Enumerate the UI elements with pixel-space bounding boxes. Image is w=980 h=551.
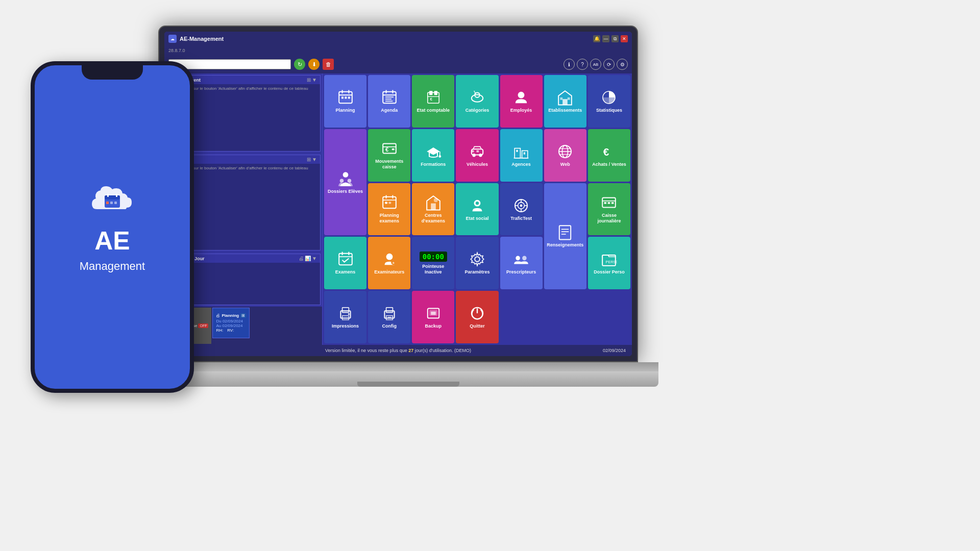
svg-rect-63 [385, 202, 387, 204]
tile-renseignements-label: Renseignements [547, 242, 583, 248]
tile-achats-ventes[interactable]: € Achats / Ventes [588, 129, 630, 182]
laptop-hinge [158, 362, 658, 371]
tile-centres-examens[interactable]: Centres d'examens [412, 183, 454, 236]
svg-point-26 [472, 94, 483, 102]
settings-icon[interactable]: ⚙ [617, 59, 628, 70]
bell-icon[interactable]: 🔔 [593, 35, 600, 42]
delete-button[interactable]: 🗑 [323, 59, 334, 70]
maximize-button[interactable]: ⧉ [611, 35, 619, 42]
laptop-mockup: ☁ AE-Management 🔔 — ⧉ ✕ 28.8.7.0 [158, 26, 658, 413]
app-window: ☁ AE-Management 🔔 — ⧉ ✕ 28.8.7.0 [164, 32, 632, 356]
tile-backup[interactable]: Backup [412, 291, 454, 343]
svg-rect-20 [385, 101, 393, 102]
svg-point-93 [516, 256, 520, 261]
tile-renseignements[interactable]: Renseignements [544, 183, 586, 290]
tile-config-label: Config [382, 323, 397, 329]
phone-notch [82, 65, 143, 80]
svg-rect-18 [385, 96, 394, 97]
info-icon[interactable]: ℹ [564, 59, 575, 70]
svg-rect-11 [341, 96, 344, 98]
tile-trafictest-label: TraficTest [510, 216, 532, 221]
tile-dossier-perso[interactable]: PERSO Dossier Perso [588, 237, 630, 289]
svg-rect-50 [517, 150, 518, 152]
svg-rect-84 [611, 202, 614, 204]
rv-label: RV: [227, 328, 234, 333]
svg-text:€: € [603, 146, 609, 158]
svg-point-29 [518, 92, 525, 98]
tile-caisse-journaliere[interactable]: Caisse journalière [588, 183, 630, 236]
svg-rect-76 [559, 226, 571, 240]
tile-pointeuse[interactable]: 00:00 Pointeuse Inactive [412, 237, 454, 289]
tile-categories-label: Catégories [465, 108, 489, 113]
svg-rect-102 [386, 308, 393, 313]
tile-parametres[interactable]: Paramètres [456, 237, 498, 289]
svg-rect-82 [604, 202, 607, 204]
tile-examinateurs[interactable]: + Examinateurs [368, 237, 410, 289]
filter2-icon[interactable]: ⊞ [307, 157, 311, 162]
tile-formations[interactable]: Formations [412, 129, 454, 182]
actions-icons: 🖨 📊 ▼ [299, 256, 317, 261]
tile-vehicules[interactable]: Véhicules [456, 129, 498, 182]
etablissement-icons: ⊞ ▼ [307, 77, 317, 83]
print-icon[interactable]: 🖨 [299, 256, 304, 261]
tile-etablissements[interactable]: Etablissements [544, 75, 586, 128]
svg-rect-22 [429, 91, 432, 95]
tile-statistiques[interactable]: Statistiques [588, 75, 630, 128]
svg-rect-107 [431, 312, 436, 315]
tile-planning-examens[interactable]: Planning examens [368, 183, 410, 236]
tile-quitter[interactable]: Quitter [456, 291, 498, 343]
svg-line-28 [475, 92, 475, 93]
tile-examens[interactable]: Examens [324, 237, 366, 289]
tile-mouvements-caisse[interactable]: € Mouvements caisse [368, 129, 410, 182]
help-icon[interactable]: ? [577, 59, 588, 70]
funnel2-icon[interactable]: ▼ [312, 157, 317, 162]
date-to: Au 02/09/2024 [216, 323, 246, 328]
svg-rect-64 [388, 202, 391, 204]
svg-rect-6 [114, 202, 117, 204]
svg-rect-23 [434, 91, 437, 95]
svg-point-94 [522, 256, 527, 261]
filter-icon[interactable]: ⊞ [307, 77, 311, 83]
svg-rect-5 [110, 202, 113, 204]
tile-impressions-label: Impressions [332, 323, 359, 329]
tile-planning-examens-label: Planning examens [370, 213, 408, 224]
phone-mockup: AE Management [31, 61, 194, 393]
tile-employes[interactable]: Employés [500, 75, 543, 128]
refresh-button[interactable]: ↻ [294, 59, 305, 70]
ab-icon[interactable]: AB [590, 59, 601, 70]
tile-achats-ventes-label: Achats / Ventes [592, 162, 626, 167]
tile-prescripteurs[interactable]: Prescripteurs [500, 237, 543, 289]
funnel3-icon[interactable]: ▼ [312, 256, 317, 261]
tile-categories[interactable]: Catégories [456, 75, 498, 128]
svg-rect-65 [431, 204, 436, 210]
download-button[interactable]: ⬇ [308, 59, 320, 70]
svg-text:€: € [385, 147, 389, 153]
tile-impressions[interactable]: Impressions [324, 291, 366, 343]
tile-agences[interactable]: Agences [500, 129, 543, 182]
tile-etat-comptable[interactable]: € Etat comptable [412, 75, 454, 128]
tile-backup-label: Backup [425, 323, 442, 329]
laptop-screen-outer: ☁ AE-Management 🔔 — ⧉ ✕ 28.8.7.0 [158, 26, 638, 362]
svg-rect-46 [472, 150, 474, 152]
tile-dossiers-eleves[interactable]: Dossiers Elèves [324, 129, 366, 236]
tile-config[interactable]: Config [368, 291, 410, 343]
svg-text:PERSO: PERSO [606, 260, 617, 264]
funnel-icon[interactable]: ▼ [312, 77, 317, 83]
svg-rect-31 [560, 97, 563, 100]
tile-trafictest[interactable]: TraficTest [500, 183, 543, 236]
svg-rect-3 [116, 194, 117, 197]
tile-examens-label: Examens [335, 269, 356, 275]
svg-point-68 [476, 202, 479, 205]
sync-icon[interactable]: ⟳ [603, 59, 615, 70]
planning-block[interactable]: 🖨 Planning ⊞ Du 02/09/2024 Au 02/09/2024… [212, 308, 250, 338]
tile-agenda[interactable]: Agenda [368, 75, 410, 128]
tile-etat-social[interactable]: Etat social [456, 183, 498, 236]
tile-web[interactable]: Web [544, 129, 586, 182]
tile-agenda-label: Agenda [381, 108, 398, 113]
close-button[interactable]: ✕ [621, 35, 628, 42]
tile-parametres-label: Paramètres [464, 269, 489, 275]
chart-icon[interactable]: 📊 [305, 256, 311, 261]
svg-rect-37 [383, 144, 396, 154]
minimize-button[interactable]: — [602, 35, 609, 42]
tile-planning[interactable]: Planning [324, 75, 366, 128]
